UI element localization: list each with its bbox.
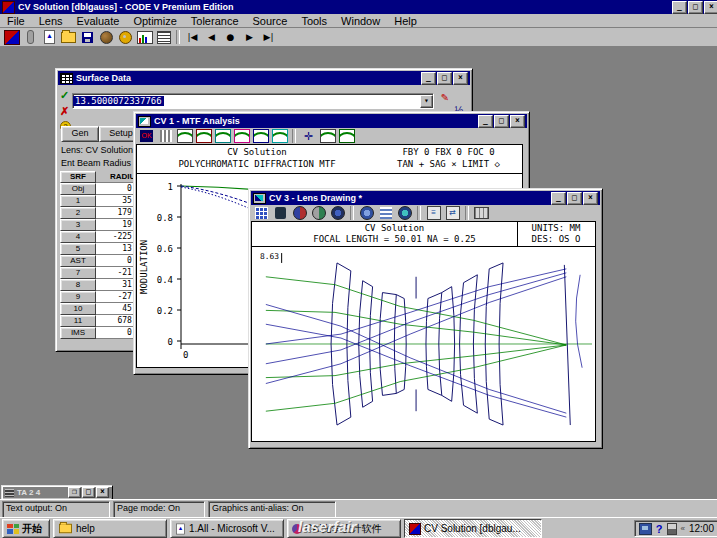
col-header-srf[interactable]: SRF bbox=[60, 171, 96, 183]
lens-circle-icon-1[interactable] bbox=[290, 205, 309, 221]
lens-window-titlebar: CV 3 - Lens Drawing * _ □ × bbox=[251, 191, 600, 205]
display-tray-icon[interactable] bbox=[639, 523, 652, 535]
mtf-settings-icon[interactable]: OK bbox=[137, 128, 156, 144]
minimize-button[interactable]: _ bbox=[672, 1, 687, 14]
volume-tray-icon[interactable] bbox=[667, 523, 677, 535]
lens-drawing-window[interactable]: CV 3 - Lens Drawing * _ □ × ≡ ⇄ CV bbox=[248, 188, 603, 449]
mtf-curve-icon-1[interactable] bbox=[175, 128, 194, 144]
help-tray-icon[interactable]: ? bbox=[656, 523, 663, 535]
open-folder-icon[interactable] bbox=[59, 29, 78, 45]
chart-icon[interactable] bbox=[135, 29, 154, 45]
field-dropdown-icon[interactable]: ▾ bbox=[420, 95, 433, 108]
nav-next-icon[interactable]: ▶ bbox=[240, 29, 259, 45]
gen-button[interactable]: Gen bbox=[61, 126, 99, 142]
commit-check-icon[interactable]: ✓ bbox=[60, 89, 69, 102]
y-tick-06: 0.6 bbox=[157, 244, 173, 254]
y-tick-0: 0 bbox=[168, 337, 173, 347]
menu-evaluate[interactable]: Evaluate bbox=[70, 14, 127, 28]
surface-row-button[interactable]: 5 bbox=[60, 243, 96, 255]
menu-optimize[interactable]: Optimize bbox=[126, 14, 183, 28]
surface-row-button[interactable]: Obj bbox=[60, 183, 96, 195]
nav-prev-icon[interactable]: ◀ bbox=[202, 29, 221, 45]
lens-dark-icon[interactable] bbox=[271, 205, 290, 221]
globe-icon[interactable] bbox=[97, 29, 116, 45]
lens-close-button[interactable]: × bbox=[583, 192, 598, 205]
surface-row-button[interactable]: IMS bbox=[60, 327, 96, 339]
surface-row-button[interactable]: 2 bbox=[60, 207, 96, 219]
lens-circle-icon-3[interactable] bbox=[328, 205, 347, 221]
minimized-restore-button[interactable]: ❐ bbox=[68, 487, 81, 498]
mtf-curve-icon-7[interactable] bbox=[318, 128, 337, 144]
surface-minimize-button[interactable]: _ bbox=[421, 72, 436, 85]
cancel-x-icon[interactable]: ✗ bbox=[60, 105, 69, 118]
surface-row-button[interactable]: 8 bbox=[60, 279, 96, 291]
lens-grid-icon[interactable] bbox=[252, 205, 271, 221]
mtf-curve-icon-5[interactable] bbox=[251, 128, 270, 144]
menu-source[interactable]: Source bbox=[246, 14, 295, 28]
surface-edit-field[interactable]: 13.5000072337766 ▾ bbox=[72, 93, 434, 109]
task-microsoft-doc[interactable]: 1.All - Microsoft V... bbox=[170, 519, 284, 538]
menu-lens[interactable]: Lens bbox=[32, 14, 70, 28]
lens-minimize-button[interactable]: _ bbox=[551, 192, 566, 205]
surface-row-button[interactable]: 1 bbox=[60, 195, 96, 207]
lens-circle-icon-2[interactable] bbox=[309, 205, 328, 221]
start-button[interactable]: 开始 bbox=[2, 519, 50, 538]
mtf-curve-icon-8[interactable] bbox=[337, 128, 356, 144]
task-cai-app[interactable]: CAI光学设计软件 bbox=[287, 519, 401, 538]
new-page-icon[interactable] bbox=[40, 29, 59, 45]
capsule-icon[interactable] bbox=[21, 29, 40, 45]
surface-row-button[interactable]: 7 bbox=[60, 267, 96, 279]
surface-row-button[interactable]: AST bbox=[60, 255, 96, 267]
nav-record-icon[interactable]: ● bbox=[221, 29, 240, 45]
minimized-window[interactable]: TA 2 4 ❐ □ × bbox=[1, 485, 113, 499]
menu-window[interactable]: Window bbox=[334, 14, 387, 28]
surface-row-button[interactable]: 9 bbox=[60, 291, 96, 303]
minimized-window-icon bbox=[5, 489, 14, 497]
maximize-button[interactable]: □ bbox=[688, 1, 703, 14]
mtf-curve-icon-2[interactable] bbox=[194, 128, 213, 144]
nav-last-icon[interactable]: ▶| bbox=[259, 29, 278, 45]
menu-file[interactable]: File bbox=[0, 14, 32, 28]
donut-icon[interactable] bbox=[116, 29, 135, 45]
lens-circle-icon-4[interactable] bbox=[357, 205, 376, 221]
lens-stripe-icon[interactable] bbox=[376, 205, 395, 221]
surface-close-button[interactable]: × bbox=[453, 72, 468, 85]
taskbar-clock: 12:00 bbox=[689, 523, 714, 534]
lens-header-vrule bbox=[517, 222, 518, 246]
minimized-close-button[interactable]: × bbox=[96, 487, 109, 498]
codev-tile-icon[interactable] bbox=[2, 29, 21, 45]
surface-row-button[interactable]: 4 bbox=[60, 231, 96, 243]
minimized-maximize-button[interactable]: □ bbox=[82, 487, 95, 498]
surface-maximize-button[interactable]: □ bbox=[437, 72, 452, 85]
surface-row-button[interactable]: 10 bbox=[60, 303, 96, 315]
lens-outline-icon-1[interactable]: ≡ bbox=[424, 205, 443, 221]
mtf-maximize-button[interactable]: □ bbox=[494, 115, 509, 128]
save-icon[interactable] bbox=[78, 29, 97, 45]
sort-icon[interactable] bbox=[154, 29, 173, 45]
lens-small-grid-icon[interactable] bbox=[472, 205, 491, 221]
task-cv-solution[interactable]: CV Solution [dblgau... bbox=[404, 519, 542, 538]
mtf-bars-icon[interactable] bbox=[156, 128, 175, 144]
mtf-move-icon[interactable]: ✛ bbox=[299, 128, 318, 144]
lens-circle-icon-5[interactable] bbox=[395, 205, 414, 221]
nav-first-icon[interactable]: |◀ bbox=[183, 29, 202, 45]
close-button[interactable]: × bbox=[704, 1, 717, 14]
y-tick-08: 0.8 bbox=[157, 213, 173, 223]
mtf-curve-icon-6[interactable] bbox=[270, 128, 289, 144]
task-help[interactable]: help bbox=[53, 519, 167, 538]
lens-maximize-button[interactable]: □ bbox=[567, 192, 582, 205]
lens-outline-icon-2[interactable]: ⇄ bbox=[443, 205, 462, 221]
mtf-curve-icon-4[interactable] bbox=[232, 128, 251, 144]
folder-icon bbox=[59, 524, 72, 533]
menu-tools[interactable]: Tools bbox=[294, 14, 334, 28]
pen-icon[interactable]: ✎ bbox=[438, 91, 452, 104]
mtf-close-button[interactable]: × bbox=[510, 115, 525, 128]
surface-row-button[interactable]: 3 bbox=[60, 219, 96, 231]
surface-row-button[interactable]: 11 bbox=[60, 315, 96, 327]
menu-tolerance[interactable]: Tolerance bbox=[184, 14, 246, 28]
tray-chevron-icon[interactable]: « bbox=[681, 524, 685, 533]
mtf-minimize-button[interactable]: _ bbox=[478, 115, 493, 128]
menu-help[interactable]: Help bbox=[387, 14, 424, 28]
lens-units-line: UNITS: MM bbox=[519, 223, 593, 233]
mtf-curve-icon-3[interactable] bbox=[213, 128, 232, 144]
